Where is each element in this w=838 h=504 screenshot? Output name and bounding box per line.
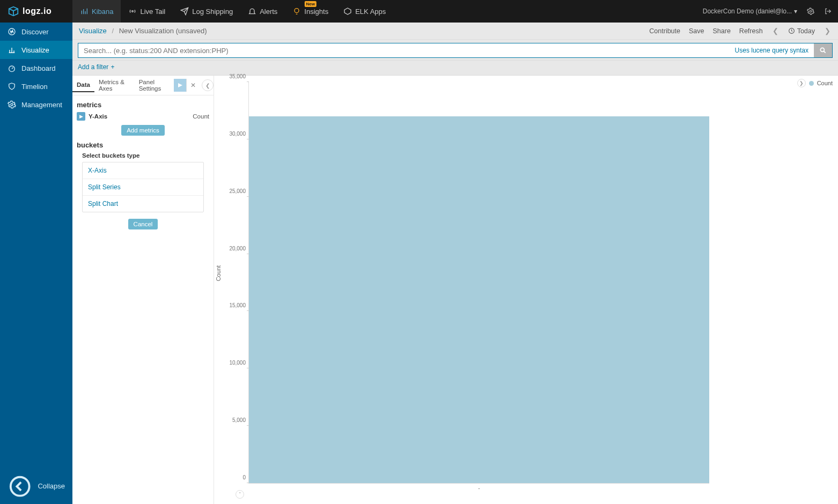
sidebar-item-management[interactable]: Management	[0, 95, 72, 114]
svg-line-1	[9, 9, 13, 11]
account-label: DockerCon Demo (daniel@lo...	[703, 8, 792, 15]
account-menu[interactable]: DockerCon Demo (daniel@lo... ▾	[703, 8, 797, 15]
topnav-tab-label: Alerts	[260, 8, 277, 16]
lightbulb-icon	[292, 7, 301, 16]
axis-expand-button[interactable]: ˄	[236, 490, 244, 499]
topnav-tab-alerts[interactable]: Alerts	[240, 0, 285, 23]
share-button[interactable]: Share	[713, 27, 731, 35]
breadcrumb-root[interactable]: Visualize	[79, 27, 107, 35]
y-tick: 15,000	[229, 302, 249, 308]
logout-icon	[824, 8, 832, 15]
topnav-tab-kibana[interactable]: Kibana	[72, 0, 121, 23]
y-tick: 20,000	[229, 245, 249, 251]
metric-row-yaxis[interactable]: ▶ Y-Axis Count	[77, 112, 209, 121]
topnav-tab-livetail[interactable]: Live Tail	[121, 0, 173, 23]
time-label: Today	[797, 27, 815, 35]
brand-logo[interactable]: logz.io	[0, 0, 72, 23]
settings-button[interactable]	[807, 8, 814, 15]
search-input[interactable]	[78, 43, 730, 57]
bucket-option-split-series[interactable]: Split Series	[83, 179, 203, 196]
plus-icon: +	[111, 63, 114, 71]
chevron-left-icon	[8, 474, 32, 499]
save-button[interactable]: Save	[689, 27, 704, 35]
time-prev-button[interactable]: ❮	[771, 27, 780, 35]
time-picker[interactable]: Today	[788, 27, 815, 35]
chevron-up-icon: ˄	[239, 492, 241, 497]
topnav-tab-label: Insights	[304, 8, 328, 16]
chart-bar[interactable]	[249, 116, 709, 483]
editor-collapse-button[interactable]: ❮	[202, 79, 214, 91]
bucket-option-xaxis[interactable]: X-Axis	[83, 162, 203, 179]
editor-body: metrics ▶ Y-Axis Count Add metrics bucke…	[72, 95, 214, 238]
time-next-button[interactable]: ❯	[824, 27, 832, 35]
top-nav: logz.io Kibana Live Tail Log Shipping Al…	[0, 0, 838, 23]
search-wrap: Uses lucene query syntax	[78, 43, 833, 58]
search-syntax-hint[interactable]: Uses lucene query syntax	[730, 43, 814, 57]
buckets-heading: buckets	[77, 141, 209, 149]
topnav-tabs: Kibana Live Tail Log Shipping Alerts New…	[72, 0, 393, 23]
close-icon: ✕	[190, 81, 196, 89]
y-tick: 10,000	[229, 360, 249, 366]
metrics-heading: metrics	[77, 101, 209, 109]
contribute-button[interactable]: Contribute	[649, 27, 680, 35]
apply-changes-button[interactable]	[174, 79, 187, 92]
gear-icon	[8, 100, 16, 109]
search-button[interactable]	[814, 43, 832, 57]
svg-point-12	[810, 10, 812, 12]
editor-tab-data[interactable]: Data	[72, 78, 94, 92]
new-badge: New	[305, 1, 317, 7]
y-tick: 5,000	[232, 417, 249, 423]
topnav-right: DockerCon Demo (daniel@lo... ▾	[703, 8, 832, 15]
bell-icon	[248, 7, 256, 16]
brand-name: logz.io	[23, 6, 52, 16]
topnav-tab-label: Kibana	[92, 8, 113, 16]
breadcrumb-current: New Visualization (unsaved)	[119, 27, 207, 35]
svg-point-19	[9, 66, 15, 72]
topnav-tab-label: Log Shipping	[192, 8, 233, 16]
cancel-button[interactable]: Cancel	[128, 219, 158, 229]
sidebar-item-dashboard[interactable]: Dashboard	[0, 59, 72, 77]
bar-chart-icon	[8, 46, 16, 54]
topnav-tab-logshipping[interactable]: Log Shipping	[173, 0, 240, 23]
topnav-tab-insights[interactable]: New Insights	[285, 0, 336, 23]
svg-line-20	[12, 68, 13, 69]
sidebar-item-visualize[interactable]: Visualize	[0, 41, 72, 59]
discard-changes-button[interactable]: ✕	[187, 79, 200, 92]
bucket-option-split-chart[interactable]: Split Chart	[83, 196, 203, 212]
bucket-options: X-Axis Split Series Split Chart	[82, 162, 204, 212]
search-icon	[819, 47, 827, 54]
editor-tab-metrics-axes[interactable]: Metrics & Axes	[94, 76, 135, 95]
gear-icon	[807, 8, 814, 15]
y-tick: 25,000	[229, 188, 249, 194]
play-icon	[178, 83, 183, 88]
svg-point-24	[820, 48, 824, 51]
add-filter-button[interactable]: Add a filter +	[78, 63, 114, 71]
workarea: Data Metrics & Axes Panel Settings ✕ ❮	[72, 76, 838, 504]
plot[interactable]: - 05,00010,00015,00020,00025,00030,00035…	[248, 82, 709, 484]
breadcrumb-sep: /	[112, 27, 114, 35]
svg-marker-11	[344, 8, 351, 14]
svg-line-2	[13, 9, 18, 11]
breadcrumb-bar: Visualize / New Visualization (unsaved) …	[72, 23, 838, 40]
chart-pane: ❯ Count Count - 05,00010,00015,00020,000…	[214, 76, 838, 504]
bar-chart-icon	[80, 7, 89, 16]
sidebar: Discover Visualize Dashboard Timelion Ma…	[0, 23, 72, 504]
metric-value: Count	[193, 113, 209, 120]
y-tick: 0	[242, 475, 249, 480]
breadcrumb-actions: Contribute Save Share Refresh ❮ Today ❯	[649, 27, 832, 35]
metric-expand-button[interactable]: ▶	[77, 112, 85, 121]
sidebar-item-discover[interactable]: Discover	[0, 23, 72, 41]
topnav-tab-elkapps[interactable]: ELK Apps	[336, 0, 393, 23]
chart-area: Count - 05,00010,00015,00020,00025,00030…	[214, 79, 833, 499]
sidebar-collapse[interactable]: Collapse	[0, 469, 72, 504]
editor-tab-panel[interactable]: Panel Settings	[135, 76, 174, 95]
breadcrumb: Visualize / New Visualization (unsaved)	[79, 27, 207, 35]
sidebar-item-timelion[interactable]: Timelion	[0, 77, 72, 95]
add-metrics-button[interactable]: Add metrics	[121, 125, 165, 136]
add-filter-label: Add a filter	[78, 63, 108, 71]
svg-point-9	[295, 9, 299, 13]
refresh-button[interactable]: Refresh	[739, 27, 763, 35]
logout-button[interactable]	[824, 8, 832, 15]
search-row: Uses lucene query syntax	[72, 40, 838, 61]
shield-icon	[8, 82, 16, 91]
